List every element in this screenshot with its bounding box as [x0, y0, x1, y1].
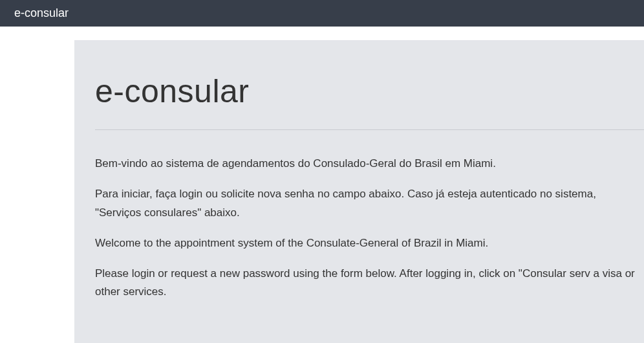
- content-panel: e-consular Bem-vindo ao sistema de agend…: [74, 40, 644, 343]
- welcome-paragraph-en: Welcome to the appointment system of the…: [95, 234, 644, 253]
- welcome-paragraph-pt: Bem-vindo ao sistema de agendamentos do …: [95, 155, 644, 173]
- top-bar-title: e-consular: [14, 6, 69, 20]
- divider: [95, 129, 644, 130]
- instructions-paragraph-en: Please login or request a new password u…: [95, 265, 644, 302]
- top-bar: e-consular: [0, 0, 644, 27]
- instructions-paragraph-pt: Para iniciar, faça login ou solicite nov…: [95, 185, 644, 223]
- page-title: e-consular: [95, 72, 644, 110]
